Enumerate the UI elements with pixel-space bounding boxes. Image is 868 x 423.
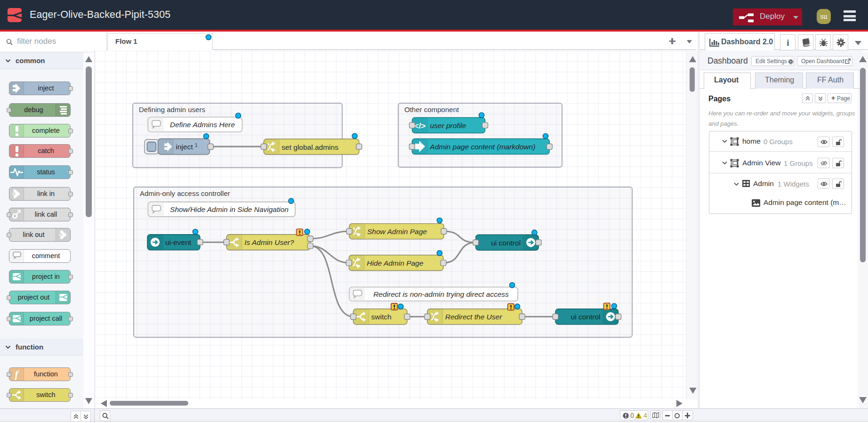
svg-text:ui-event: ui-event <box>165 238 192 246</box>
svg-text:set global.admins: set global.admins <box>281 143 338 151</box>
svg-text:</>: </> <box>414 122 426 130</box>
svg-text:Redirect is non-admin trying d: Redirect is non-admin trying direct acce… <box>373 290 509 298</box>
svg-text:Other component: Other component <box>404 106 459 114</box>
svg-text:Is Admin User?: Is Admin User? <box>244 238 294 246</box>
svg-text:ui control: ui control <box>491 239 521 247</box>
svg-text:Define Admins Here: Define Admins Here <box>170 121 235 129</box>
svg-text:i: i <box>787 38 789 48</box>
svg-text:Redirect the User: Redirect the User <box>445 313 502 321</box>
svg-text:inject 1: inject 1 <box>176 143 198 151</box>
svg-text:user profile: user profile <box>430 122 466 130</box>
svg-text:Hide Admin Page: Hide Admin Page <box>367 259 423 267</box>
svg-text:Show Admin Page: Show Admin Page <box>367 228 427 236</box>
svg-text:Defining admin users: Defining admin users <box>139 106 205 114</box>
svg-text:ui control: ui control <box>571 313 601 321</box>
svg-text:Admin page content (markdown): Admin page content (markdown) <box>429 143 535 151</box>
svg-text:Admin-only access controller: Admin-only access controller <box>140 189 230 197</box>
svg-text:switch: switch <box>371 313 392 321</box>
svg-text:Show/Hide Admin in Side Naviga: Show/Hide Admin in Side Navigation <box>170 205 289 213</box>
